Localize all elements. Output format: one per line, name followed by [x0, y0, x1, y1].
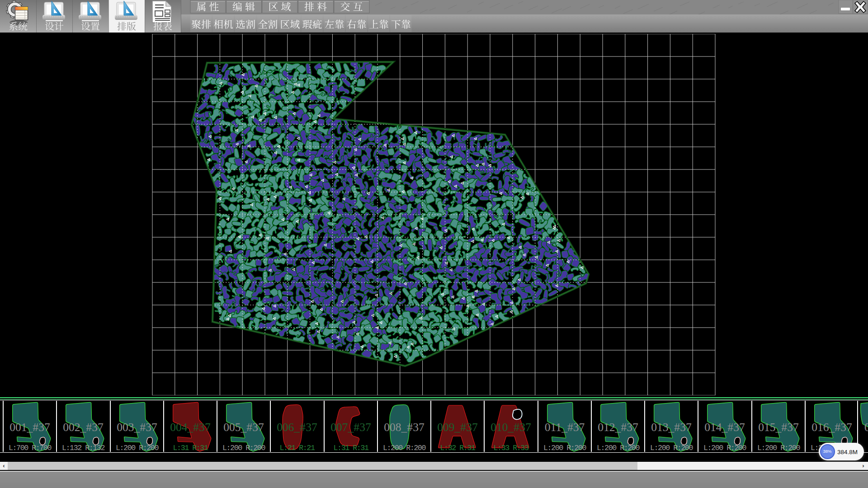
svg-text:007_#37: 007_#37: [330, 421, 371, 434]
svg-text:012_#37: 012_#37: [598, 421, 638, 434]
svg-text:L:31 R:31: L:31 R:31: [173, 444, 208, 452]
svg-text:L:200 R:200: L:200 R:200: [543, 444, 586, 452]
svg-text:001_#37: 001_#37: [9, 421, 50, 434]
svg-text:014_#37: 014_#37: [705, 421, 745, 434]
svg-text:013_#37: 013_#37: [651, 421, 692, 434]
svg-text:004_#37: 004_#37: [170, 421, 211, 434]
svg-text:L:200 R:200: L:200 R:200: [597, 444, 639, 452]
svg-text:L:32 R:31: L:32 R:31: [440, 444, 476, 452]
svg-text:L:200 R:200: L:200 R:200: [222, 444, 265, 452]
svg-text:L:21 R:21: L:21 R:21: [280, 444, 315, 452]
svg-text:L:200 R:200: L:200 R:200: [757, 444, 800, 452]
svg-text:L:132 R:132: L:132 R:132: [62, 444, 104, 452]
svg-text:009_#37: 009_#37: [437, 421, 478, 434]
svg-text:002_#37: 002_#37: [63, 421, 104, 434]
svg-text:L:700 R:700: L:700 R:700: [9, 444, 51, 452]
svg-text:015_#37: 015_#37: [758, 421, 799, 434]
svg-text:008_#37: 008_#37: [384, 421, 425, 434]
svg-text:L:33 R:33: L:33 R:33: [494, 444, 528, 452]
svg-text:005_#37: 005_#37: [223, 421, 264, 434]
svg-text:0: 0: [864, 421, 868, 434]
svg-text:L:31 R:31: L:31 R:31: [333, 444, 368, 452]
svg-text:L:200 R:200: L:200 R:200: [703, 444, 746, 452]
svg-text:L:200 R:200: L:200 R:200: [116, 444, 158, 452]
svg-text:016_#37: 016_#37: [811, 421, 852, 434]
svg-text:006_#37: 006_#37: [277, 421, 318, 434]
svg-text:010_#37: 010_#37: [491, 421, 532, 434]
svg-text:L:200 R:200: L:200 R:200: [383, 444, 425, 452]
svg-text:003_#37: 003_#37: [117, 421, 157, 434]
svg-text:L:200 R:200: L:200 R:200: [650, 444, 693, 452]
svg-text:011_#37: 011_#37: [544, 421, 585, 434]
